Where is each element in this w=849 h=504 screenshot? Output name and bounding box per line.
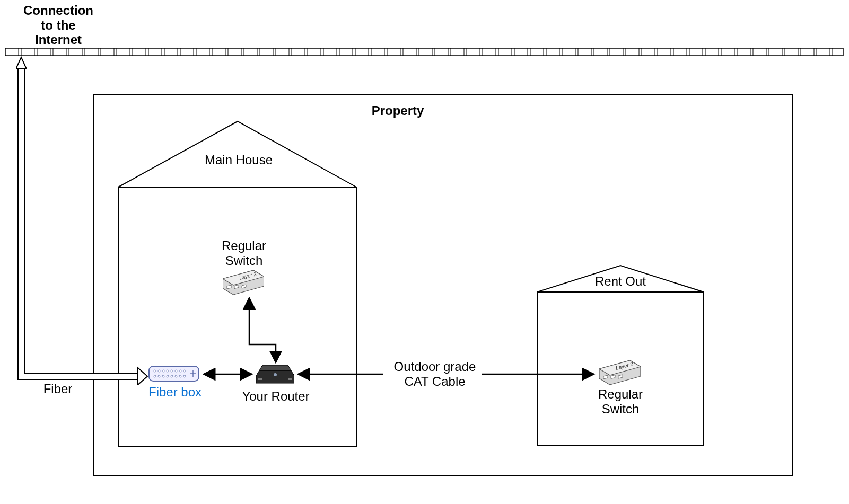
cat-cable-label: Outdoor grade CAT Cable	[382, 359, 488, 388]
cat-cable-line1: Outdoor grade	[394, 359, 476, 374]
link-router-switch	[249, 298, 276, 362]
cat-cable-line2: CAT Cable	[404, 374, 465, 388]
connectors	[0, 0, 849, 504]
